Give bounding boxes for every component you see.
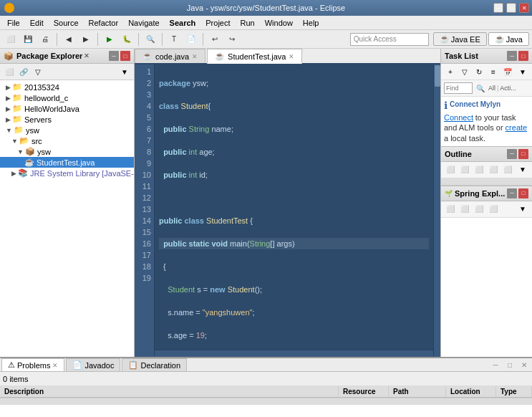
- toolbar-save[interactable]: 💾: [20, 32, 36, 47]
- outline-icons: ─ □: [507, 149, 528, 159]
- tl-schedule[interactable]: 📅: [501, 65, 514, 78]
- spring-maximize[interactable]: □: [518, 188, 528, 198]
- outline-maximize[interactable]: □: [518, 149, 528, 159]
- menu-window[interactable]: Window: [261, 17, 297, 29]
- tree-item-helloworldjava[interactable]: ▶ 📁 HelloWorldJava: [0, 103, 134, 114]
- tree-item-src[interactable]: ▼ 📂 src: [0, 135, 134, 146]
- toolbar-new[interactable]: ⬜: [3, 32, 19, 47]
- pe-menu[interactable]: ▼: [118, 65, 131, 78]
- tree-item-servers[interactable]: ▶ 📁 Servers: [0, 114, 134, 125]
- sp-btn2[interactable]: ⬜: [458, 203, 471, 216]
- tree-item-ysw-package[interactable]: ▼ 📦 ysw: [0, 146, 134, 157]
- minimize-button[interactable]: ─: [493, 3, 503, 13]
- task-minimize[interactable]: ─: [507, 51, 517, 61]
- ol-btn1[interactable]: ⬜: [444, 163, 457, 176]
- col-resource[interactable]: Resource: [339, 386, 389, 397]
- toolbar-open-type[interactable]: T: [166, 32, 182, 47]
- perspective-java[interactable]: ☕ Java: [488, 32, 529, 46]
- spring-explorer-panel: 🌱 Spring Expl... ─ □ ⬜ ⬜ ⬜ ⬜ ▼: [441, 186, 532, 357]
- tl-sync[interactable]: ↻: [473, 65, 485, 78]
- ol-btn5[interactable]: ⬜: [501, 163, 514, 176]
- sp-btn1[interactable]: ⬜: [444, 203, 457, 216]
- menu-file[interactable]: File: [3, 17, 24, 29]
- outline-scrollbar[interactable]: [441, 178, 532, 186]
- restore-button[interactable]: □: [506, 3, 516, 13]
- editor-area: ☕ code.java ✕ ☕ StudentTest.java ✕ 1 2 3…: [135, 49, 440, 357]
- toolbar-undo[interactable]: ↩: [207, 32, 223, 47]
- problems-close[interactable]: ✕: [52, 362, 58, 369]
- perspective-switcher: ☕ Java EE ☕ Java: [433, 32, 529, 46]
- panel-maximize[interactable]: □: [120, 51, 130, 61]
- task-maximize[interactable]: □: [518, 51, 528, 61]
- code-wrapper[interactable]: package ysw; class Student{ public Strin…: [155, 64, 433, 357]
- close-button[interactable]: ✕: [519, 3, 529, 13]
- scroll-thumb[interactable]: [435, 65, 440, 87]
- tree-item-helloworld[interactable]: ▶ 📁 helloworld_c: [0, 92, 134, 103]
- toolbar-forward[interactable]: ▶: [78, 32, 94, 47]
- toolbar-print[interactable]: 🖨: [37, 32, 53, 47]
- menu-run[interactable]: Run: [236, 17, 259, 29]
- create-link[interactable]: create: [506, 123, 528, 132]
- perspective-javaee[interactable]: ☕ Java EE: [433, 32, 487, 46]
- tab-close[interactable]: ✕: [289, 53, 294, 60]
- menu-project[interactable]: Project: [201, 17, 234, 29]
- toolbar-redo[interactable]: ↪: [224, 32, 240, 47]
- menu-edit[interactable]: Edit: [26, 17, 48, 29]
- tree-item-ysw[interactable]: ▼ 📁 ysw: [0, 125, 134, 135]
- tab-declaration[interactable]: 📋 Declaration: [122, 358, 187, 371]
- col-description[interactable]: Description: [0, 386, 339, 397]
- pe-link[interactable]: 🔗: [17, 65, 30, 78]
- bp-close[interactable]: ✕: [518, 358, 531, 371]
- tl-new[interactable]: +: [444, 65, 457, 78]
- menu-source[interactable]: Source: [49, 17, 83, 29]
- tab-close[interactable]: ✕: [192, 53, 198, 60]
- outline-minimize[interactable]: ─: [507, 149, 517, 159]
- filter-acti[interactable]: Acti...: [500, 85, 516, 92]
- folder-icon: 📁: [14, 125, 24, 135]
- panel-minimize[interactable]: ─: [109, 51, 119, 61]
- quick-access-input[interactable]: Quick Access: [350, 33, 429, 46]
- toolbar-search[interactable]: 🔍: [142, 32, 158, 47]
- spring-minimize[interactable]: ─: [507, 188, 517, 198]
- tab-problems[interactable]: ⚠ Problems ✕: [1, 358, 64, 371]
- tree-item-studenttest[interactable]: ☕ StudentTest.java: [0, 157, 134, 168]
- toolbar-debug[interactable]: 🐛: [119, 32, 135, 47]
- col-type[interactable]: Type: [496, 386, 532, 397]
- sp-btn4[interactable]: ⬜: [487, 203, 500, 216]
- sp-btn3[interactable]: ⬜: [473, 203, 485, 216]
- pe-collapse[interactable]: ⬜: [3, 65, 16, 78]
- tab-javadoc[interactable]: 📄 Javadoc: [66, 358, 120, 371]
- connect-link[interactable]: Connect: [444, 113, 473, 122]
- find-input[interactable]: [444, 82, 473, 94]
- tab-studenttest-java[interactable]: ☕ StudentTest.java ✕: [207, 49, 302, 64]
- code-content[interactable]: package ysw; class Student{ public Strin…: [155, 64, 433, 350]
- toolbar-open-resource[interactable]: 📄: [183, 32, 199, 47]
- col-path[interactable]: Path: [389, 386, 446, 397]
- editor-scrollbar-horizontal[interactable]: [155, 350, 433, 357]
- ol-btn2[interactable]: ⬜: [458, 163, 471, 176]
- menu-help[interactable]: Help: [299, 17, 324, 29]
- pe-filter[interactable]: ▽: [32, 65, 44, 78]
- sp-menu[interactable]: ▼: [516, 203, 529, 216]
- bp-minimize[interactable]: ─: [489, 358, 502, 371]
- tl-categorize[interactable]: ≡: [487, 65, 500, 78]
- filter-all[interactable]: All: [488, 85, 495, 92]
- tl-filter[interactable]: ▽: [458, 65, 471, 78]
- menu-refactor[interactable]: Refactor: [84, 17, 123, 29]
- find-btn[interactable]: 🔍: [474, 82, 487, 95]
- ol-btn4[interactable]: ⬜: [487, 163, 500, 176]
- menu-search[interactable]: Search: [165, 17, 200, 29]
- toolbar-run[interactable]: ▶: [102, 32, 117, 47]
- ol-menu[interactable]: ▼: [516, 163, 529, 176]
- col-location[interactable]: Location: [446, 386, 496, 397]
- menu-navigate[interactable]: Navigate: [124, 17, 163, 29]
- editor-scrollbar-vertical[interactable]: [433, 64, 440, 357]
- tab-code-java[interactable]: ☕ code.java ✕: [135, 49, 205, 63]
- problems-scrollbar-h[interactable]: [0, 398, 532, 405]
- bp-maximize[interactable]: □: [503, 358, 516, 371]
- toolbar-back[interactable]: ◀: [61, 32, 77, 47]
- tl-menu[interactable]: ▼: [516, 65, 529, 78]
- tree-item-jre[interactable]: ▶ 📚 JRE System Library [JavaSE-1.7]: [0, 168, 134, 178]
- ol-btn3[interactable]: ⬜: [473, 163, 485, 176]
- tree-item-20135324[interactable]: ▶ 📁 20135324: [0, 82, 134, 92]
